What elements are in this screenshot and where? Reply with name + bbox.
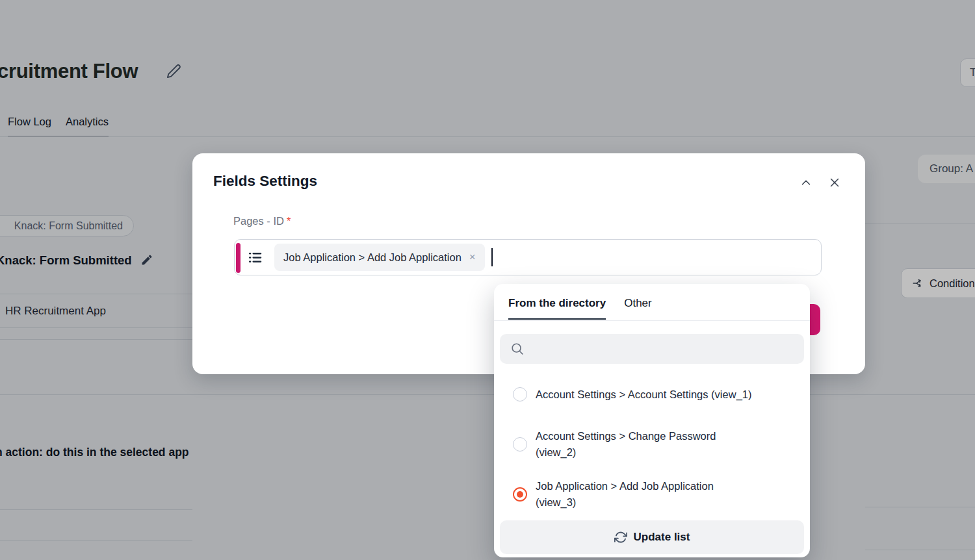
divider bbox=[494, 320, 810, 321]
pages-id-label: Pages - ID* bbox=[233, 215, 291, 227]
selected-page-chip[interactable]: Job Application > Add Job Application × bbox=[274, 244, 485, 271]
radio-selected-icon[interactable] bbox=[513, 487, 527, 502]
dropdown-search[interactable] bbox=[500, 334, 804, 364]
page-option[interactable]: Account Settings > Account Settings (vie… bbox=[494, 378, 810, 411]
dropdown-tabs: From the directory Other bbox=[508, 297, 652, 320]
tab-other[interactable]: Other bbox=[624, 297, 652, 320]
pages-dropdown-panel: From the directory Other Account Setting… bbox=[494, 284, 810, 557]
field-accent-bar bbox=[236, 243, 240, 273]
bulleted-list-icon bbox=[248, 250, 263, 265]
option-label: Account Settings > Change Password (view… bbox=[536, 428, 754, 461]
update-list-label: Update list bbox=[634, 531, 690, 544]
tab-from-the-directory[interactable]: From the directory bbox=[508, 297, 606, 320]
close-modal-button[interactable] bbox=[826, 174, 843, 191]
collapse-modal-button[interactable] bbox=[798, 174, 814, 191]
search-icon bbox=[510, 342, 525, 356]
required-asterisk: * bbox=[287, 215, 291, 227]
page-option[interactable]: Job Application > Add Job Application (v… bbox=[494, 471, 810, 518]
pages-id-input[interactable]: Job Application > Add Job Application × bbox=[234, 239, 822, 275]
chip-label: Job Application > Add Job Application bbox=[283, 251, 462, 264]
update-list-button[interactable]: Update list bbox=[500, 520, 804, 554]
radio-unselected-icon[interactable] bbox=[513, 437, 527, 452]
modal-title: Fields Settings bbox=[213, 173, 317, 190]
option-label: Account Settings > Account Settings (vie… bbox=[536, 387, 751, 403]
page-option[interactable]: Account Settings > Change Password (view… bbox=[494, 421, 810, 468]
chip-remove-icon[interactable]: × bbox=[469, 251, 476, 264]
text-cursor bbox=[491, 248, 493, 266]
search-input[interactable] bbox=[531, 343, 804, 355]
radio-unselected-icon[interactable] bbox=[513, 387, 527, 401]
refresh-icon bbox=[614, 531, 627, 544]
option-label: Job Application > Add Job Application (v… bbox=[536, 478, 754, 511]
